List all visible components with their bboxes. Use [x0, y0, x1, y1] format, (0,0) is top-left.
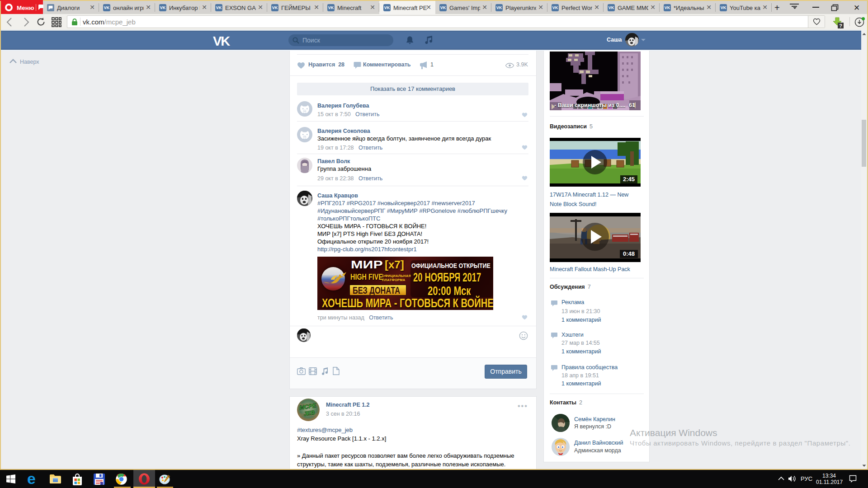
- svg-text:?: ?: [839, 23, 842, 28]
